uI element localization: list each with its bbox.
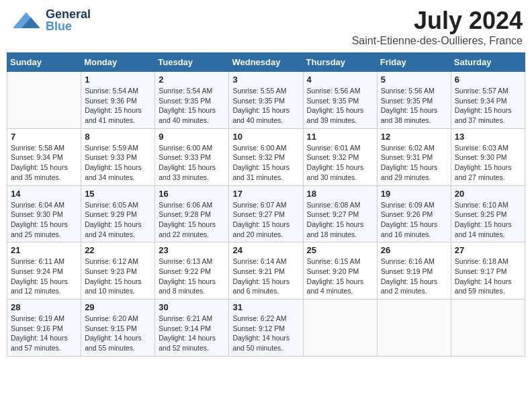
calendar-cell: 18Sunrise: 6:08 AMSunset: 9:27 PMDayligh…	[303, 185, 377, 242]
day-info: Sunrise: 5:56 AMSunset: 9:35 PMDaylight:…	[307, 86, 373, 126]
day-info: Sunrise: 6:06 AMSunset: 9:28 PMDaylight:…	[159, 200, 225, 240]
day-info: Sunrise: 6:15 AMSunset: 9:20 PMDaylight:…	[307, 257, 373, 296]
calendar-cell: 26Sunrise: 6:16 AMSunset: 9:19 PMDayligh…	[377, 242, 451, 300]
day-number: 5	[381, 75, 447, 85]
calendar-week-row: 1Sunrise: 5:54 AMSunset: 9:36 PMDaylight…	[7, 72, 525, 129]
day-info: Sunrise: 5:54 AMSunset: 9:35 PMDaylight:…	[159, 86, 225, 126]
day-number: 31	[232, 302, 299, 312]
day-number: 9	[159, 132, 225, 142]
calendar-cell: 15Sunrise: 6:05 AMSunset: 9:29 PMDayligh…	[81, 185, 155, 242]
calendar-cell	[451, 300, 525, 357]
day-info: Sunrise: 6:18 AMSunset: 9:17 PMDaylight:…	[455, 257, 521, 296]
calendar-cell	[377, 300, 451, 357]
day-info: Sunrise: 6:14 AMSunset: 9:21 PMDaylight:…	[232, 257, 299, 296]
calendar-cell: 7Sunrise: 5:58 AMSunset: 9:34 PMDaylight…	[7, 128, 81, 185]
calendar-cell: 27Sunrise: 6:18 AMSunset: 9:17 PMDayligh…	[451, 242, 525, 300]
calendar-cell: 19Sunrise: 6:09 AMSunset: 9:26 PMDayligh…	[377, 185, 451, 242]
day-of-week-header: Tuesday	[155, 53, 229, 72]
day-info: Sunrise: 6:07 AMSunset: 9:27 PMDaylight:…	[232, 200, 299, 240]
calendar-cell: 29Sunrise: 6:20 AMSunset: 9:15 PMDayligh…	[81, 300, 155, 357]
day-number: 28	[11, 302, 77, 312]
calendar-cell: 28Sunrise: 6:19 AMSunset: 9:16 PMDayligh…	[7, 300, 81, 357]
day-number: 10	[232, 132, 299, 142]
day-number: 4	[307, 75, 373, 85]
calendar-cell	[7, 72, 81, 129]
calendar-subtitle: Saint-Etienne-des-Oullieres, France	[352, 35, 523, 47]
calendar-cell: 13Sunrise: 6:03 AMSunset: 9:30 PMDayligh…	[451, 128, 525, 185]
day-number: 13	[455, 132, 521, 142]
day-number: 11	[307, 132, 373, 142]
logo: General Blue	[9, 7, 91, 34]
day-number: 2	[159, 75, 225, 85]
day-info: Sunrise: 6:13 AMSunset: 9:22 PMDaylight:…	[159, 257, 225, 296]
calendar-cell: 22Sunrise: 6:12 AMSunset: 9:23 PMDayligh…	[81, 242, 155, 300]
day-info: Sunrise: 6:11 AMSunset: 9:24 PMDaylight:…	[11, 257, 77, 296]
day-info: Sunrise: 6:21 AMSunset: 9:14 PMDaylight:…	[159, 314, 225, 353]
calendar-header-row: SundayMondayTuesdayWednesdayThursdayFrid…	[7, 53, 525, 72]
calendar-cell: 5Sunrise: 5:56 AMSunset: 9:35 PMDaylight…	[377, 72, 451, 129]
calendar-cell: 20Sunrise: 6:10 AMSunset: 9:25 PMDayligh…	[451, 185, 525, 242]
day-info: Sunrise: 6:03 AMSunset: 9:30 PMDaylight:…	[455, 143, 521, 183]
calendar-cell: 8Sunrise: 5:59 AMSunset: 9:33 PMDaylight…	[81, 128, 155, 185]
day-info: Sunrise: 5:55 AMSunset: 9:35 PMDaylight:…	[232, 86, 299, 126]
calendar-week-row: 21Sunrise: 6:11 AMSunset: 9:24 PMDayligh…	[7, 242, 525, 300]
day-info: Sunrise: 5:56 AMSunset: 9:35 PMDaylight:…	[381, 86, 447, 126]
day-of-week-header: Saturday	[451, 53, 525, 72]
calendar-cell: 25Sunrise: 6:15 AMSunset: 9:20 PMDayligh…	[303, 242, 377, 300]
calendar-cell: 30Sunrise: 6:21 AMSunset: 9:14 PMDayligh…	[155, 300, 229, 357]
calendar-cell: 17Sunrise: 6:07 AMSunset: 9:27 PMDayligh…	[229, 185, 303, 242]
day-number: 27	[455, 245, 521, 255]
day-of-week-header: Wednesday	[229, 53, 303, 72]
day-number: 18	[307, 189, 373, 199]
day-info: Sunrise: 6:05 AMSunset: 9:29 PMDaylight:…	[85, 200, 151, 240]
day-of-week-header: Sunday	[7, 53, 81, 72]
calendar-cell: 21Sunrise: 6:11 AMSunset: 9:24 PMDayligh…	[7, 242, 81, 300]
day-number: 12	[381, 132, 447, 142]
day-number: 25	[307, 245, 373, 255]
calendar-cell: 3Sunrise: 5:55 AMSunset: 9:35 PMDaylight…	[229, 72, 303, 129]
day-number: 24	[232, 245, 299, 255]
day-info: Sunrise: 6:02 AMSunset: 9:31 PMDaylight:…	[381, 143, 447, 183]
calendar-cell: 1Sunrise: 5:54 AMSunset: 9:36 PMDaylight…	[81, 72, 155, 129]
calendar-cell: 24Sunrise: 6:14 AMSunset: 9:21 PMDayligh…	[229, 242, 303, 300]
page-header: General Blue July 2024 Saint-Etienne-des…	[7, 7, 525, 47]
day-number: 21	[11, 245, 77, 255]
day-info: Sunrise: 6:04 AMSunset: 9:30 PMDaylight:…	[11, 200, 77, 240]
title-block: July 2024 Saint-Etienne-des-Oullieres, F…	[352, 7, 523, 47]
day-info: Sunrise: 6:00 AMSunset: 9:33 PMDaylight:…	[159, 143, 225, 183]
day-number: 6	[455, 75, 521, 85]
logo-icon	[9, 7, 43, 34]
day-number: 20	[455, 189, 521, 199]
day-info: Sunrise: 5:58 AMSunset: 9:34 PMDaylight:…	[11, 143, 77, 183]
calendar-cell: 31Sunrise: 6:22 AMSunset: 9:12 PMDayligh…	[229, 300, 303, 357]
calendar-week-row: 28Sunrise: 6:19 AMSunset: 9:16 PMDayligh…	[7, 300, 525, 357]
day-info: Sunrise: 6:19 AMSunset: 9:16 PMDaylight:…	[11, 314, 77, 353]
day-number: 22	[85, 245, 151, 255]
day-number: 1	[85, 75, 151, 85]
day-number: 7	[11, 132, 77, 142]
day-number: 15	[85, 189, 151, 199]
logo-general-text: General	[46, 8, 91, 20]
day-number: 14	[11, 189, 77, 199]
day-info: Sunrise: 6:10 AMSunset: 9:25 PMDaylight:…	[455, 200, 521, 240]
day-info: Sunrise: 6:22 AMSunset: 9:12 PMDaylight:…	[232, 314, 299, 353]
day-info: Sunrise: 5:59 AMSunset: 9:33 PMDaylight:…	[85, 143, 151, 183]
calendar-cell: 6Sunrise: 5:57 AMSunset: 9:34 PMDaylight…	[451, 72, 525, 129]
calendar-cell: 14Sunrise: 6:04 AMSunset: 9:30 PMDayligh…	[7, 185, 81, 242]
day-of-week-header: Monday	[81, 53, 155, 72]
day-info: Sunrise: 6:08 AMSunset: 9:27 PMDaylight:…	[307, 200, 373, 240]
calendar-cell: 11Sunrise: 6:01 AMSunset: 9:32 PMDayligh…	[303, 128, 377, 185]
calendar-title: July 2024	[352, 7, 523, 35]
day-info: Sunrise: 6:16 AMSunset: 9:19 PMDaylight:…	[381, 257, 447, 296]
day-info: Sunrise: 6:12 AMSunset: 9:23 PMDaylight:…	[85, 257, 151, 296]
day-info: Sunrise: 6:09 AMSunset: 9:26 PMDaylight:…	[381, 200, 447, 240]
day-of-week-header: Thursday	[303, 53, 377, 72]
calendar-cell: 4Sunrise: 5:56 AMSunset: 9:35 PMDaylight…	[303, 72, 377, 129]
logo-text: General Blue	[46, 8, 91, 32]
calendar-cell: 12Sunrise: 6:02 AMSunset: 9:31 PMDayligh…	[377, 128, 451, 185]
calendar-cell: 9Sunrise: 6:00 AMSunset: 9:33 PMDaylight…	[155, 128, 229, 185]
day-info: Sunrise: 6:00 AMSunset: 9:32 PMDaylight:…	[232, 143, 299, 183]
logo-blue-text: Blue	[46, 20, 91, 32]
day-info: Sunrise: 5:54 AMSunset: 9:36 PMDaylight:…	[85, 86, 151, 126]
calendar-cell	[303, 300, 377, 357]
